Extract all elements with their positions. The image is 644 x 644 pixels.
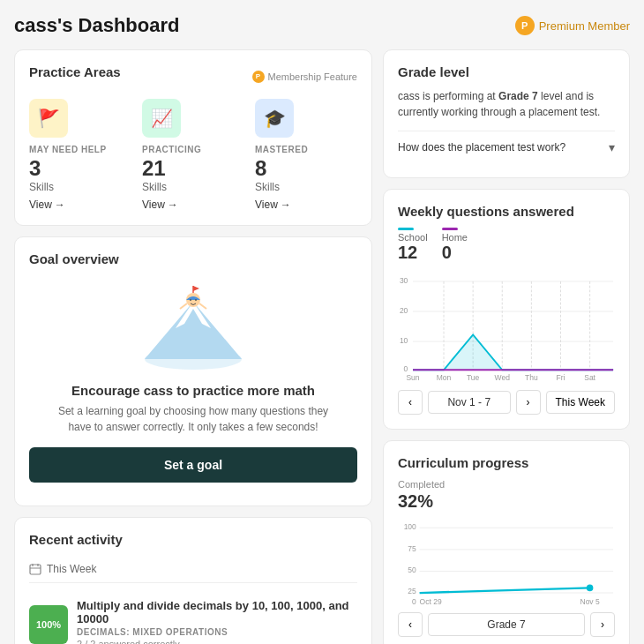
grade-description: cass is performing at Grade 7 level and … — [398, 88, 615, 120]
svg-rect-10 — [30, 565, 41, 574]
completed-label: Completed — [398, 479, 615, 490]
svg-text:10: 10 — [400, 336, 408, 345]
goal-overview-title: Goal overview — [29, 251, 357, 266]
activity-answers: 2 / 2 answered correctly — [77, 639, 357, 644]
activity-item: 100% Multiply and divide decimals by 10,… — [29, 590, 357, 644]
home-legend: Home 0 — [442, 228, 468, 263]
goal-content: Encourage cass to practice more math Set… — [29, 275, 357, 491]
svg-text:Fri: Fri — [557, 373, 565, 382]
membership-icon: P — [252, 71, 265, 83]
date-range: Nov 1 - 7 — [428, 391, 511, 414]
svg-line-9 — [199, 303, 206, 309]
practice-card-practicing: 📈 PRACTICING 21 Skills View → — [142, 99, 244, 211]
next-grade-button[interactable]: › — [590, 612, 615, 637]
svg-text:100: 100 — [404, 522, 416, 531]
svg-text:25: 25 — [408, 587, 416, 595]
svg-line-8 — [180, 303, 187, 309]
svg-text:Tue: Tue — [467, 373, 480, 382]
page-title: cass's Dashboard — [14, 14, 179, 37]
practice-areas-title: Practice Areas — [29, 64, 121, 79]
svg-text:0: 0 — [404, 364, 408, 373]
practice-card-mastered: 🎓 MASTERED 8 Skills View → — [255, 99, 357, 211]
premium-member-link[interactable]: P Premium Member — [515, 16, 630, 35]
mastered-skills: Skills — [255, 181, 357, 193]
prev-week-button[interactable]: ‹ — [398, 390, 423, 415]
weekly-chart-area: 30 20 10 0 — [398, 270, 615, 385]
mastered-view-link[interactable]: View → — [255, 198, 357, 211]
curriculum-progress-title: Curriculum progress — [398, 455, 615, 470]
practicing-view-link[interactable]: View → — [142, 198, 244, 211]
placement-text: How does the placement test work? — [398, 141, 565, 154]
prev-grade-button[interactable]: ‹ — [398, 612, 423, 637]
goal-description: Set a learning goal by choosing how many… — [52, 403, 334, 435]
svg-marker-1 — [145, 302, 242, 359]
set-goal-button[interactable]: Set a goal — [29, 447, 357, 483]
curriculum-grade-nav: ‹ Grade 7 › — [398, 612, 615, 637]
may-need-help-view-link[interactable]: View → — [29, 198, 131, 211]
recent-activity-title: Recent activity — [29, 532, 357, 547]
svg-text:50: 50 — [408, 565, 416, 574]
svg-text:Sat: Sat — [584, 373, 595, 382]
svg-text:Thu: Thu — [525, 373, 538, 382]
mastered-icon: 🎓 — [255, 99, 294, 138]
mastered-label: MASTERED — [255, 145, 357, 154]
svg-text:30: 30 — [400, 276, 408, 285]
premium-label: Premium Member — [539, 19, 630, 33]
weekly-chart-nav: ‹ Nov 1 - 7 › This Week — [398, 390, 615, 415]
school-legend: School 12 — [398, 228, 428, 263]
activity-score-badge: 100% — [29, 605, 68, 644]
svg-point-7 — [195, 299, 197, 301]
svg-text:20: 20 — [400, 306, 408, 315]
mastered-count: 8 — [255, 156, 357, 181]
svg-text:75: 75 — [408, 544, 416, 553]
practicing-skills: Skills — [142, 181, 244, 193]
curriculum-progress-card: Curriculum progress Completed 32% 100 75… — [383, 440, 630, 644]
goal-illustration — [136, 284, 251, 372]
activity-name: Multiply and divide decimals by 10, 100,… — [77, 599, 357, 625]
home-label: Home — [442, 232, 468, 243]
home-legend-dot — [442, 228, 458, 230]
svg-marker-28 — [413, 335, 613, 371]
weekly-legend: School 12 Home 0 — [398, 228, 615, 263]
grade-level-title: Grade level — [398, 64, 615, 79]
home-count: 0 — [442, 243, 468, 263]
this-week-button[interactable]: This Week — [546, 391, 615, 414]
this-week-label: This Week — [29, 556, 357, 583]
grade-label: Grade 7 — [428, 613, 585, 636]
goal-overview-card: Goal overview — [14, 236, 372, 506]
grade-level-card: Grade level cass is performing at Grade … — [383, 49, 630, 178]
curriculum-chart-svg: 100 75 50 25 0 — [398, 519, 615, 607]
svg-text:Wed: Wed — [495, 373, 511, 382]
weekly-questions-card: Weekly questions answered School 12 Home — [383, 189, 630, 430]
right-column: Grade level cass is performing at Grade … — [383, 49, 630, 644]
next-week-button[interactable]: › — [516, 390, 541, 415]
placement-row[interactable]: How does the placement test work? ▾ — [398, 131, 615, 163]
may-need-help-label: MAY NEED HELP — [29, 145, 131, 154]
svg-point-45 — [587, 585, 594, 592]
weekly-questions-title: Weekly questions answered — [398, 204, 615, 219]
weekly-chart-svg: 30 20 10 0 — [398, 270, 615, 385]
premium-icon: P — [515, 16, 535, 35]
practicing-count: 21 — [142, 156, 244, 181]
school-count: 12 — [398, 243, 428, 263]
school-label: School — [398, 232, 428, 243]
calendar-icon — [29, 563, 41, 575]
goal-main-title: Encourage cass to practice more math — [71, 383, 315, 398]
activity-category: DECIMALS: MIXED OPERATIONS — [77, 627, 357, 637]
activity-info: Multiply and divide decimals by 10, 100,… — [77, 599, 357, 644]
completed-percentage: 32% — [398, 491, 615, 512]
school-legend-dot — [398, 228, 414, 230]
practice-areas-card: Practice Areas P Membership Feature 🚩 MA… — [14, 49, 372, 226]
practice-cards-container: 🚩 MAY NEED HELP 3 Skills View → 📈 PRACTI… — [29, 99, 357, 211]
svg-marker-5 — [193, 286, 199, 291]
chevron-down-icon: ▾ — [609, 140, 615, 154]
practicing-label: PRACTICING — [142, 145, 244, 154]
svg-text:0: 0 — [412, 597, 416, 606]
svg-text:Sun: Sun — [406, 373, 419, 382]
membership-label: P Membership Feature — [252, 71, 358, 83]
curriculum-chart-area: 100 75 50 25 0 — [398, 519, 615, 607]
svg-text:Nov 5: Nov 5 — [580, 597, 600, 606]
recent-activity-card: Recent activity This Week 100% Multiply … — [14, 517, 372, 644]
may-need-help-skills: Skills — [29, 181, 131, 193]
practicing-icon: 📈 — [142, 99, 181, 138]
